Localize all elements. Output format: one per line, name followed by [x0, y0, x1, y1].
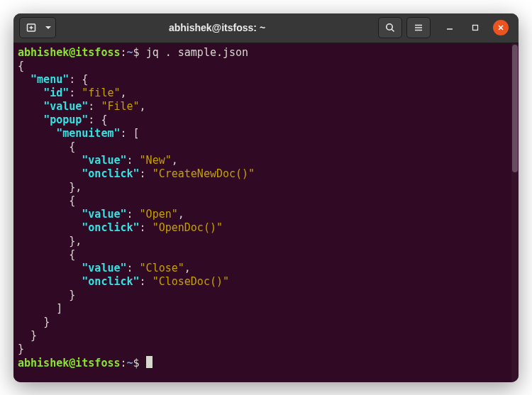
titlebar: abhishek@itsfoss: ~ — [13, 13, 519, 43]
minimize-button[interactable] — [442, 20, 458, 35]
window-title: abhishek@itsfoss: ~ — [60, 22, 374, 33]
terminal-window: abhishek@itsfoss: ~ — [13, 13, 519, 382]
output-line: "popup": { — [18, 113, 514, 127]
hamburger-icon — [413, 22, 424, 33]
search-button[interactable] — [378, 17, 402, 38]
prompt-user-host: abhishek@itsfoss — [18, 357, 121, 369]
output-line: } — [18, 329, 514, 343]
window-controls — [442, 20, 509, 35]
prompt-line-1: abhishek@itsfoss:~$ jq . sample.json — [18, 46, 514, 60]
minimize-icon — [445, 23, 454, 32]
new-tab-button[interactable] — [19, 17, 43, 38]
prompt-colon: : — [121, 46, 127, 59]
prompt-line-2: abhishek@itsfoss:~$ — [18, 356, 514, 370]
close-icon — [497, 23, 505, 32]
command-text: jq . sample.json — [146, 46, 249, 59]
output-line: "value": "Close", — [18, 262, 514, 275]
output-line: "onclick": "OpenDoc()" — [18, 221, 514, 235]
search-icon — [384, 22, 396, 33]
output-line: "onclick": "CreateNewDoc()" — [18, 167, 514, 181]
prompt-path: ~ — [127, 46, 133, 59]
output-line: { — [18, 248, 514, 262]
prompt-dollar: $ — [133, 357, 146, 369]
hamburger-menu-button[interactable] — [406, 17, 431, 38]
output-line: "value": "File", — [18, 100, 514, 113]
prompt-path: ~ — [127, 357, 133, 369]
output-line: "menuitem": [ — [18, 127, 514, 140]
output-line: "onclick": "CloseDoc()" — [18, 275, 514, 289]
scrollbar-track[interactable] — [511, 43, 519, 382]
output-line: } — [18, 343, 514, 356]
output-line: { — [18, 140, 514, 154]
new-tab-icon — [26, 22, 37, 33]
output-line: { — [18, 194, 514, 208]
prompt-colon: : — [121, 357, 127, 369]
output-line: { — [18, 60, 514, 73]
output-line: }, — [18, 181, 514, 194]
output-line: "menu": { — [18, 73, 514, 87]
output-line: } — [18, 316, 514, 329]
svg-line-4 — [392, 29, 394, 31]
new-tab-group — [19, 17, 56, 38]
svg-rect-9 — [473, 26, 478, 30]
output-line: "value": "New", — [18, 154, 514, 167]
scrollbar-thumb[interactable] — [512, 45, 518, 172]
svg-point-3 — [387, 24, 392, 30]
close-button[interactable] — [493, 20, 509, 35]
terminal-content[interactable]: abhishek@itsfoss:~$ jq . sample.json { "… — [13, 43, 519, 382]
chevron-down-icon — [45, 24, 52, 31]
prompt-user-host: abhishek@itsfoss — [18, 46, 121, 59]
output-line: }, — [18, 235, 514, 248]
output-line: } — [18, 289, 514, 302]
new-tab-dropdown-button[interactable] — [40, 17, 56, 38]
maximize-icon — [471, 23, 480, 32]
prompt-dollar: $ — [133, 46, 146, 59]
output-line: "id": "file", — [18, 87, 514, 100]
maximize-button[interactable] — [467, 20, 483, 35]
output-line: ] — [18, 302, 514, 316]
cursor — [146, 356, 153, 368]
output-line: "value": "Open", — [18, 208, 514, 221]
